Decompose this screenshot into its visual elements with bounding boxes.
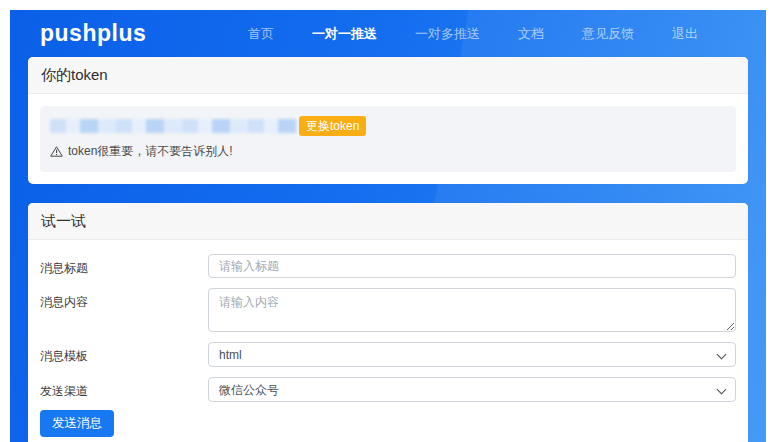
form-row-title: 消息标题 (40, 254, 736, 278)
message-content-label: 消息内容 (40, 288, 208, 311)
nav-item-one-to-many-push[interactable]: 一对多推送 (415, 25, 480, 43)
message-template-label: 消息模板 (40, 342, 208, 365)
nav-item-docs[interactable]: 文档 (518, 25, 544, 43)
nav-links: 首页 一对一推送 一对多推送 文档 意见反馈 退出 (248, 25, 698, 43)
message-content-textarea[interactable] (208, 288, 736, 332)
send-channel-select[interactable]: 微信公众号 (208, 377, 736, 402)
token-value-blurred (50, 119, 297, 133)
nav-item-feedback[interactable]: 意见反馈 (582, 25, 634, 43)
token-warning: token很重要，请不要告诉别人! (50, 143, 726, 160)
form-row-channel: 发送渠道 微信公众号 (40, 377, 736, 402)
token-card-body: 更换token token很重要，请不要告诉别人! (28, 94, 748, 184)
nav-item-one-to-one-push[interactable]: 一对一推送 (312, 25, 377, 43)
token-row: 更换token (50, 116, 726, 136)
form-row-content: 消息内容 (40, 288, 736, 332)
try-card-title: 试一试 (28, 203, 748, 240)
main-container: 你的token 更换token (10, 57, 766, 442)
try-card: 试一试 消息标题 消息内容 消息模板 (28, 203, 748, 442)
try-card-body: 消息标题 消息内容 消息模板 html (28, 240, 748, 442)
navbar: pushplus 首页 一对一推送 一对多推送 文档 意见反馈 退出 (10, 10, 766, 57)
send-channel-field-wrap: 微信公众号 (208, 377, 736, 402)
form-row-template: 消息模板 html (40, 342, 736, 367)
brand-logo[interactable]: pushplus (40, 20, 146, 47)
send-message-button[interactable]: 发送消息 (40, 410, 114, 437)
change-token-button[interactable]: 更换token (299, 116, 366, 136)
nav-item-home[interactable]: 首页 (248, 25, 274, 43)
message-title-input[interactable] (208, 254, 736, 278)
message-title-label: 消息标题 (40, 254, 208, 277)
message-content-field-wrap (208, 288, 736, 332)
warning-triangle-icon (50, 146, 63, 157)
message-template-field-wrap: html (208, 342, 736, 367)
token-card-title: 你的token (28, 57, 748, 94)
send-channel-label: 发送渠道 (40, 377, 208, 400)
page-background: pushplus 首页 一对一推送 一对多推送 文档 意见反馈 退出 你的tok… (10, 10, 766, 442)
token-panel: 更换token token很重要，请不要告诉别人! (40, 106, 736, 172)
message-template-select[interactable]: html (208, 342, 736, 367)
token-warning-text: token很重要，请不要告诉别人! (68, 143, 233, 160)
nav-item-logout[interactable]: 退出 (672, 25, 698, 43)
token-card: 你的token 更换token (28, 57, 748, 184)
message-title-field-wrap (208, 254, 736, 278)
